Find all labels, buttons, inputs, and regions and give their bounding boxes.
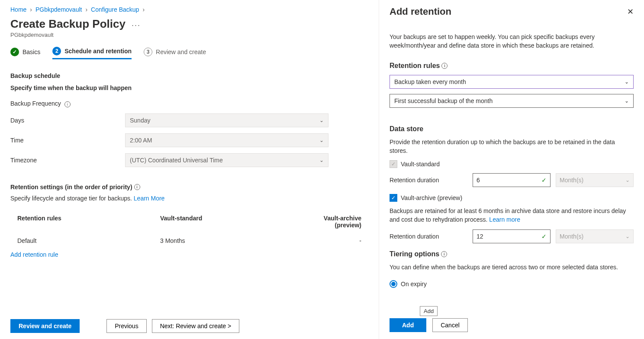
chevron-down-icon: ⌄ — [625, 98, 629, 104]
chevron-down-icon: ⌄ — [625, 79, 629, 85]
breadcrumb: Home › PGbkpdemovault › Configure Backup… — [10, 6, 368, 13]
vault-archive-checkbox[interactable]: ✓ — [390, 194, 397, 202]
close-icon[interactable]: ✕ — [627, 7, 634, 16]
review-and-create-button[interactable]: Review and create — [10, 319, 80, 333]
breadcrumb-configure[interactable]: Configure Backup — [91, 6, 139, 13]
vault-standard-label: Vault-standard — [401, 161, 440, 168]
page-subtitle: PGbkpdemovault — [10, 32, 368, 38]
previous-button[interactable]: Previous — [106, 319, 146, 333]
step-label: Review and create — [156, 48, 206, 55]
chevron-down-icon: ⌄ — [625, 177, 630, 183]
info-icon[interactable]: i — [441, 251, 447, 257]
step-label: Schedule and retention — [64, 48, 132, 55]
data-store-title: Data store — [390, 125, 634, 133]
retention-rules-title: Retention rules i — [390, 62, 634, 70]
cell-vault-standard: 3 Months — [160, 237, 307, 244]
chevron-down-icon: ⌄ — [625, 233, 630, 239]
cancel-button[interactable]: Cancel — [432, 318, 468, 332]
cell-rule-name: Default — [17, 237, 160, 244]
on-expiry-radio[interactable] — [390, 280, 397, 288]
step-number: 2 — [52, 47, 61, 55]
retention-duration-unit[interactable]: Month(s) ⌄ — [556, 173, 634, 187]
step-basics[interactable]: ✓ Basics — [10, 47, 40, 59]
retention-desc: Specify lifecycle and storage tier for b… — [10, 195, 368, 202]
on-expiry-label: On expiry — [401, 281, 427, 287]
schedule-desc: Specify time when the backup will happen — [10, 84, 368, 91]
retention-duration-archive-unit[interactable]: Month(s) ⌄ — [556, 229, 634, 243]
timezone-dropdown[interactable]: (UTC) Coordinated Universal Time ⌄ — [125, 153, 328, 167]
days-dropdown[interactable]: Sunday ⌄ — [125, 113, 328, 127]
cell-vault-archive: - — [307, 237, 361, 244]
archive-note: Backups are retained for at least 6 mont… — [390, 207, 634, 224]
step-schedule[interactable]: 2 Schedule and retention — [52, 47, 132, 59]
duration-value: 6 — [477, 177, 480, 184]
chevron-down-icon: ⌄ — [319, 157, 324, 163]
retention-duration-label: Retention duration — [390, 177, 467, 184]
vault-archive-label: Vault-archive (preview) — [401, 194, 462, 201]
col-vault-standard: Vault-standard — [160, 215, 307, 229]
check-icon: ✓ — [541, 233, 547, 240]
page-title: Create Backup Policy — [10, 17, 126, 31]
breadcrumb-vault[interactable]: PGbkpdemovault — [35, 6, 82, 13]
duration-value: 12 — [477, 233, 483, 240]
time-label: Time — [10, 137, 125, 144]
more-icon[interactable]: ··· — [132, 21, 141, 30]
retention-duration-archive-input[interactable]: 12 ✓ — [473, 229, 551, 243]
days-value: Sunday — [130, 117, 150, 124]
retention-duration-input[interactable]: 6 ✓ — [473, 173, 551, 187]
timezone-value: (UTC) Coordinated Universal Time — [130, 157, 223, 164]
retention-settings-title: Retention settings (in the order of prio… — [10, 184, 368, 190]
unit-value: Month(s) — [560, 233, 583, 240]
table-row: Default 3 Months - — [10, 233, 368, 249]
retention-rule-select[interactable]: Backup taken every month ⌄ — [390, 75, 634, 89]
step-label: Basics — [23, 48, 40, 55]
backup-frequency-label: Backup Frequency i — [10, 100, 125, 107]
breadcrumb-home[interactable]: Home — [10, 6, 26, 13]
time-dropdown[interactable]: 2:00 AM ⌄ — [125, 133, 328, 147]
tiering-desc: You can define when the backups are tier… — [390, 263, 634, 272]
retention-rule-condition-value: First successful backup of the month — [394, 97, 493, 104]
days-label: Days — [10, 117, 125, 124]
time-value: 2:00 AM — [130, 137, 152, 144]
panel-title: Add retention — [390, 6, 451, 17]
learn-more-link[interactable]: Learn More — [134, 195, 165, 202]
info-icon[interactable]: i — [441, 63, 448, 69]
chevron-down-icon: ⌄ — [319, 117, 324, 123]
retention-rule-value: Backup taken every month — [394, 78, 466, 85]
chevron-icon: › — [30, 6, 32, 13]
col-retention-rules: Retention rules — [17, 215, 160, 229]
learn-more-link[interactable]: Learn more — [489, 216, 520, 223]
step-review[interactable]: 3 Review and create — [144, 47, 206, 59]
add-tooltip: Add — [420, 306, 438, 316]
chevron-down-icon: ⌄ — [319, 137, 324, 143]
unit-value: Month(s) — [560, 177, 583, 184]
retention-duration-archive-label: Retention duration — [390, 233, 467, 240]
check-icon: ✓ — [10, 48, 19, 56]
step-number: 3 — [144, 48, 152, 56]
timezone-label: Timezone — [10, 157, 125, 164]
col-vault-archive: Vault-archive (preview) — [307, 215, 361, 229]
add-retention-rule-link[interactable]: Add retention rule — [10, 251, 368, 258]
info-icon[interactable]: i — [64, 101, 71, 107]
chevron-icon: › — [142, 6, 145, 13]
schedule-title: Backup schedule — [10, 72, 368, 79]
info-icon[interactable]: i — [134, 184, 140, 190]
add-button[interactable]: Add — [390, 318, 426, 332]
vault-standard-checkbox: ✓ — [390, 160, 397, 168]
tiering-options-title: Tiering options i — [390, 250, 634, 258]
next-button[interactable]: Next: Review and create > — [152, 319, 240, 333]
chevron-icon: › — [85, 6, 87, 13]
check-icon: ✓ — [541, 177, 547, 184]
retention-rule-condition-select[interactable]: First successful backup of the month ⌄ — [390, 94, 634, 108]
panel-description: Your backups are set to happen weekly. Y… — [390, 33, 634, 50]
data-store-desc: Provide the retention duration up to whi… — [390, 138, 634, 155]
